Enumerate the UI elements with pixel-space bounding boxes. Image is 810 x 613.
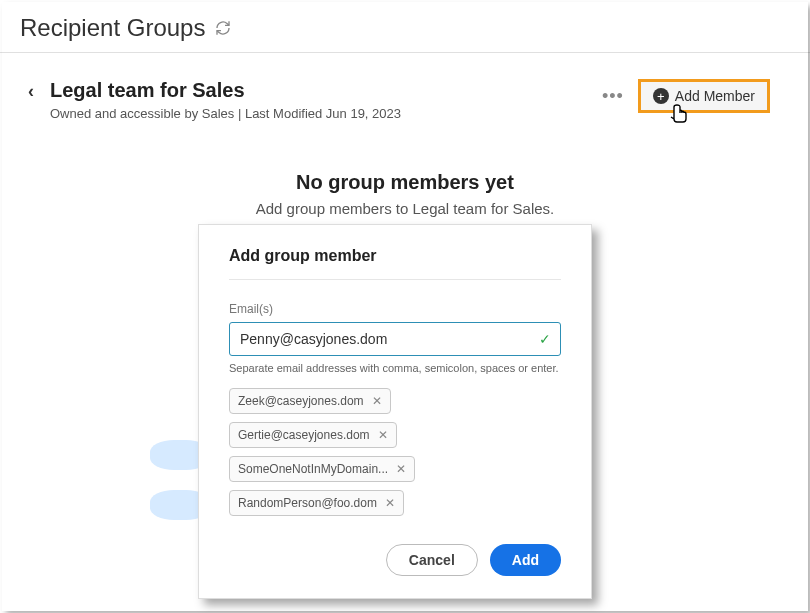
email-input[interactable] — [229, 322, 561, 356]
email-field-label: Email(s) — [229, 302, 561, 316]
subtitle-separator: | — [238, 106, 245, 121]
more-options-icon[interactable]: ••• — [602, 86, 624, 107]
add-member-label: Add Member — [675, 88, 755, 104]
group-name-heading: Legal team for Sales — [50, 79, 602, 102]
chip-remove-icon[interactable]: ✕ — [378, 428, 388, 442]
plus-circle-icon: + — [653, 88, 669, 104]
group-owner-text: Owned and accessible by Sales — [50, 106, 234, 121]
empty-state-subtitle: Add group members to Legal team for Sale… — [0, 200, 810, 217]
email-chip[interactable]: Gertie@caseyjones.dom ✕ — [229, 422, 397, 448]
dialog-title: Add group member — [229, 247, 561, 280]
chip-label: Zeek@caseyjones.dom — [238, 394, 364, 408]
group-modified-text: Last Modified Jun 19, 2023 — [245, 106, 401, 121]
add-button[interactable]: Add — [490, 544, 561, 576]
empty-state-title: No group members yet — [0, 171, 810, 194]
chip-remove-icon[interactable]: ✕ — [372, 394, 382, 408]
email-chip[interactable]: RandomPerson@foo.dom ✕ — [229, 490, 404, 516]
email-chip[interactable]: SomeOneNotInMyDomain... ✕ — [229, 456, 415, 482]
pointer-cursor-icon — [667, 104, 691, 135]
add-member-dialog: Add group member Email(s) ✓ Separate ema… — [198, 224, 592, 599]
checkmark-icon: ✓ — [539, 331, 551, 347]
back-chevron-icon[interactable]: ‹ — [28, 81, 34, 102]
refresh-icon[interactable] — [215, 20, 231, 36]
add-member-button[interactable]: + Add Member — [638, 79, 770, 113]
cancel-button[interactable]: Cancel — [386, 544, 478, 576]
email-chip[interactable]: Zeek@caseyjones.dom ✕ — [229, 388, 391, 414]
email-chips-container: Zeek@caseyjones.dom ✕ Gertie@caseyjones.… — [229, 388, 561, 516]
email-hint-text: Separate email addresses with comma, sem… — [229, 362, 561, 374]
page-title: Recipient Groups — [20, 14, 205, 42]
chip-remove-icon[interactable]: ✕ — [385, 496, 395, 510]
chip-label: Gertie@caseyjones.dom — [238, 428, 370, 442]
chip-label: SomeOneNotInMyDomain... — [238, 462, 388, 476]
group-subtitle: Owned and accessible by Sales | Last Mod… — [50, 106, 602, 121]
chip-remove-icon[interactable]: ✕ — [396, 462, 406, 476]
chip-label: RandomPerson@foo.dom — [238, 496, 377, 510]
